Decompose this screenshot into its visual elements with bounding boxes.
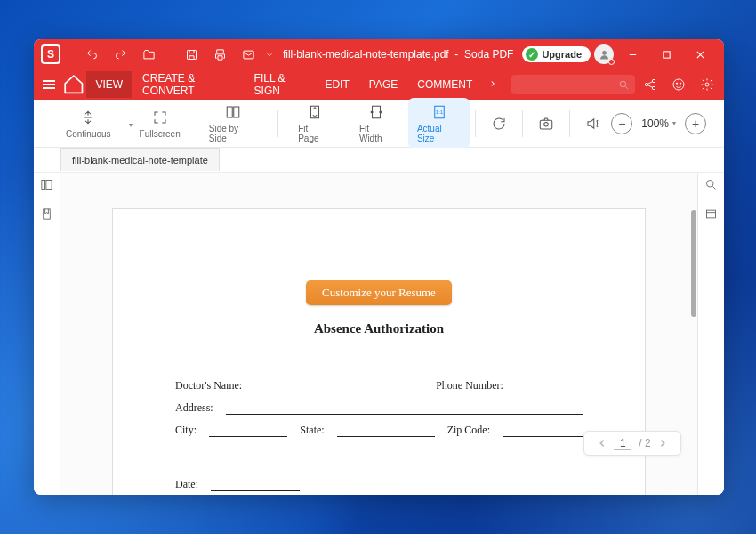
zoom-in-button[interactable]: +	[685, 113, 706, 134]
minimize-button[interactable]	[617, 43, 647, 66]
tool-fitwidth[interactable]: Fit Width	[345, 103, 408, 143]
check-icon: ✓	[526, 48, 538, 61]
sidebyside-icon	[224, 103, 242, 121]
menu-create-convert[interactable]: CREATE & CONVERT	[133, 65, 244, 104]
svg-point-2	[602, 51, 606, 54]
menu-fill-sign[interactable]: FILL & SIGN	[245, 65, 315, 104]
window-title: fill-blank-medical-note-template.pdf - S…	[274, 48, 522, 61]
svg-rect-21	[46, 181, 52, 190]
search-input[interactable]	[511, 75, 635, 94]
save-icon[interactable]	[180, 43, 203, 66]
thumbnails-icon[interactable]	[40, 178, 53, 195]
tool-actualsize[interactable]: 1:1 Actual Size	[408, 98, 470, 149]
menu-edit[interactable]: EDIT	[316, 71, 358, 98]
pdf-page: Customize your Resume Absence Authorizat…	[112, 208, 646, 495]
help-icon[interactable]	[665, 71, 692, 98]
label-doctor: Doctor's Name:	[175, 379, 242, 392]
share-icon[interactable]	[637, 71, 664, 98]
maximize-button[interactable]	[651, 43, 681, 66]
folder-icon[interactable]	[137, 43, 160, 66]
search-icon[interactable]	[704, 178, 718, 195]
svg-point-11	[705, 83, 709, 86]
undo-icon[interactable]	[80, 43, 103, 66]
actualsize-icon: 1:1	[430, 103, 448, 121]
page-navigator: / 2	[583, 431, 681, 456]
zoom-value[interactable]: 100%	[641, 117, 669, 130]
fitwidth-icon	[367, 103, 385, 121]
redo-icon[interactable]	[109, 43, 132, 66]
tool-continuous[interactable]: Continuous ▾	[52, 109, 125, 139]
home-icon[interactable]	[62, 71, 85, 98]
continuous-icon	[79, 109, 97, 126]
left-sidebar	[34, 173, 60, 495]
camera-icon	[537, 115, 555, 133]
fitpage-icon	[306, 103, 324, 121]
svg-rect-18	[541, 120, 553, 129]
view-toolbar: Continuous ▾ Fullscreen Side by Side Fit…	[34, 100, 724, 148]
svg-rect-0	[187, 50, 196, 59]
field-city[interactable]	[209, 425, 287, 437]
svg-rect-3	[663, 51, 669, 57]
scrollbar-thumb[interactable]	[691, 210, 696, 317]
dropdown-caret-icon[interactable]	[265, 43, 274, 66]
menu-view[interactable]: VIEW	[86, 71, 132, 98]
chevron-down-icon[interactable]: ▾	[672, 119, 676, 127]
tool-readaloud[interactable]	[575, 115, 611, 133]
right-sidebar	[697, 173, 724, 495]
menu-overflow-icon[interactable]	[483, 78, 503, 91]
app-logo: S	[41, 44, 60, 64]
svg-point-7	[652, 86, 655, 89]
next-page-icon[interactable]	[658, 439, 667, 448]
label-phone: Phone Number:	[436, 379, 503, 392]
close-button[interactable]	[685, 43, 715, 66]
user-avatar[interactable]	[594, 44, 614, 64]
svg-rect-20	[42, 181, 45, 190]
svg-rect-1	[243, 51, 253, 59]
svg-point-8	[673, 79, 684, 90]
label-zip: Zip Code:	[447, 424, 490, 437]
menu-page[interactable]: PAGE	[360, 71, 406, 98]
tool-sidebyside[interactable]: Side by Side	[195, 103, 272, 143]
print-icon[interactable]	[208, 43, 231, 66]
panel-icon[interactable]	[704, 207, 718, 224]
tool-fitpage[interactable]: Fit Page	[284, 103, 345, 143]
svg-point-10	[680, 83, 680, 84]
hamburger-menu[interactable]	[37, 71, 60, 98]
page-input[interactable]	[614, 437, 631, 450]
svg-point-4	[620, 81, 626, 87]
upgrade-button[interactable]: ✓ Upgrade	[522, 46, 591, 62]
speaker-icon	[584, 115, 602, 133]
field-phone[interactable]	[516, 380, 583, 392]
svg-point-19	[544, 122, 549, 126]
field-zip[interactable]	[503, 425, 583, 437]
document-tab[interactable]: fill-blank-medical-note-template	[60, 148, 220, 171]
tool-rotate[interactable]	[481, 115, 517, 133]
zoom-out-button[interactable]: −	[611, 113, 632, 134]
app-window: S fill-blank-medical-note-template.pdf -…	[34, 39, 724, 495]
label-city: City:	[175, 424, 197, 437]
field-date[interactable]	[211, 479, 300, 491]
tool-snapshot[interactable]	[528, 115, 564, 133]
prev-page-icon[interactable]	[598, 439, 607, 448]
tool-fullscreen[interactable]: Fullscreen	[125, 109, 195, 139]
svg-rect-24	[707, 210, 716, 218]
label-address: Address:	[175, 401, 213, 415]
mail-icon[interactable]	[237, 43, 260, 66]
svg-point-5	[645, 83, 647, 85]
menu-comment[interactable]: COMMENT	[408, 71, 481, 98]
fullscreen-icon	[151, 109, 169, 126]
bookmarks-icon[interactable]	[40, 207, 53, 224]
svg-point-23	[707, 181, 714, 188]
field-doctor[interactable]	[254, 380, 423, 392]
rotate-icon	[490, 115, 508, 133]
svg-rect-13	[234, 107, 239, 117]
svg-rect-22	[44, 209, 51, 219]
customize-resume-button[interactable]: Customize your Resume	[306, 280, 452, 305]
svg-text:1:1: 1:1	[435, 109, 443, 115]
field-address[interactable]	[226, 402, 583, 415]
svg-rect-12	[228, 107, 233, 117]
settings-icon[interactable]	[694, 71, 720, 98]
field-state[interactable]	[337, 425, 435, 437]
label-state: State:	[300, 424, 324, 437]
label-date: Date:	[175, 478, 198, 491]
